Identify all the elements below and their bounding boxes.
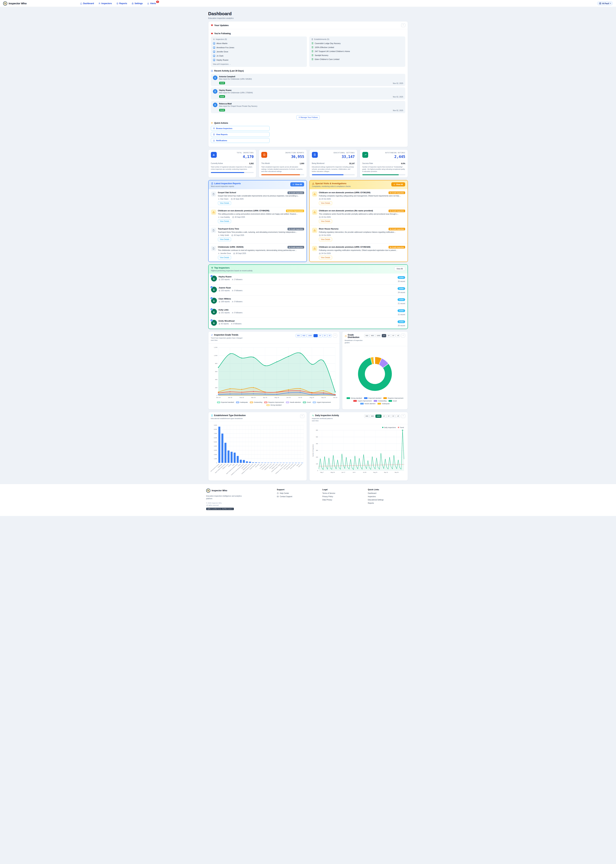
active-badge: Active (398, 320, 405, 323)
range-90d[interactable]: 90D (301, 334, 307, 337)
legend-item[interactable]: Needs attention (360, 403, 376, 404)
legend-item[interactable]: Expected standard (217, 401, 234, 403)
inspector-row[interactable]: 4 Kelly Little 101 reports 0 followers A… (209, 307, 407, 318)
range-3y[interactable]: 3Y (318, 334, 322, 337)
followed-establishment[interactable]: 100% Effective Limited (311, 45, 403, 49)
range-30d[interactable]: 30D (364, 334, 369, 337)
collapse-updates-button[interactable]: ⌃ (401, 23, 405, 27)
legend-item[interactable]: Needs attention (286, 401, 301, 403)
range-3y[interactable]: 3Y (387, 415, 391, 418)
range-180d[interactable]: 180D (307, 334, 313, 337)
view-details-button[interactable]: View Details (218, 219, 231, 223)
inspector-row[interactable]: 2 Joanne Ryan 103 reports 0 followers Ac… (209, 285, 407, 296)
legend-item[interactable]: Requires improvement (264, 401, 284, 403)
range-180d[interactable]: 180D (376, 415, 382, 418)
legend-item[interactable]: Expected standard (364, 397, 381, 399)
legend-swatch (388, 400, 392, 402)
followed-establishment[interactable]: Eden Children's Care Limited (311, 57, 403, 61)
view-details-button[interactable]: View Details (319, 219, 332, 223)
range-3y[interactable]: 3Y (387, 334, 391, 337)
followed-inspector[interactable]: Alison Martin (213, 41, 305, 46)
followed-inspector[interactable]: Jennifer Dove (213, 50, 305, 54)
nav-dashboard[interactable]: Dashboard (80, 2, 94, 5)
footer-inspectors-link[interactable]: Inspectors (368, 496, 410, 497)
legend-item[interactable]: Urgent improvement (354, 400, 372, 402)
view-reports-button[interactable]: View Reports (211, 132, 270, 137)
footer-reports-link[interactable]: Reports (368, 502, 410, 504)
view-details-button[interactable]: View Details (218, 201, 231, 205)
nav-reports[interactable]: Reports (116, 2, 127, 5)
footer-settings-link[interactable]: Educational Settings (368, 499, 410, 501)
legend-item[interactable]: Requires improvement (383, 397, 404, 399)
activity-row[interactable]: Hayley Ruane New report for Childminder … (211, 87, 405, 100)
range-5y[interactable]: 5Y (323, 334, 327, 337)
range-1y[interactable]: 1Y (382, 334, 386, 337)
range-1y[interactable]: 1Y (313, 334, 318, 337)
followed-establishment[interactable]: 24/7 Support UK Limited Children's Home (311, 49, 403, 53)
range-180d[interactable]: 180D (376, 334, 382, 337)
range-all[interactable]: All (396, 415, 400, 418)
followed-inspector[interactable]: Hayley Ruane (213, 58, 305, 62)
range-90d[interactable]: 90D (370, 415, 375, 418)
range-1y[interactable]: 1Y (382, 415, 386, 418)
activity-row[interactable]: Antonia Campbell New report for Childmin… (211, 74, 405, 86)
collapse-daily-button[interactable]: ⌃ (401, 414, 405, 418)
special-visits-view-all-button[interactable]: View All (391, 182, 405, 186)
range-30d[interactable]: 30D (295, 334, 301, 337)
svg-text:Childcare on domestic premises: Childcare on domestic premises (275, 464, 287, 474)
nav-alerts[interactable]: Alerts 60 (147, 2, 156, 5)
view-details-button[interactable]: View Details (218, 238, 231, 241)
brand[interactable]: Inspector Who (3, 2, 27, 6)
followed-establishment[interactable]: Sandpit Nursery (311, 53, 403, 57)
nav-settings-label: Settings (135, 2, 143, 5)
nav-settings[interactable]: Settings (132, 2, 143, 5)
stat-card-outstanding-ratings: OUTSTANDING RATINGS 2,445 Success Rate6.… (360, 150, 408, 178)
inspector-row[interactable]: 5 Emily Woodhead 92 reports 0 followers … (209, 318, 407, 329)
legend-item[interactable]: Strong standard (267, 404, 281, 406)
privacy-link[interactable]: Privacy Policy (322, 496, 365, 497)
collapse-distribution-button[interactable]: ⌃ (401, 334, 405, 337)
view-details-button[interactable]: View Details (218, 256, 231, 260)
followed-inspector[interactable]: Jo Clark (213, 54, 305, 58)
collapse-establishment-button[interactable]: ⌃ (300, 414, 304, 418)
report-icon (218, 323, 220, 325)
legend-item[interactable]: Inadequate (377, 403, 390, 404)
browse-inspectors-button[interactable]: Browse Inspectors (211, 126, 270, 131)
data-privacy-link[interactable]: Data Privacy (322, 499, 365, 501)
latest-reports-view-all-button[interactable]: View All (290, 182, 304, 186)
legend-item[interactable]: Outstanding (250, 401, 262, 403)
view-details-button[interactable]: View Details (319, 201, 332, 205)
inspector-row[interactable]: 1 Hayley Ruane 220 reports 2 followers A… (209, 274, 407, 285)
legend-item[interactable]: Inadequate (236, 401, 248, 403)
inspector-row[interactable]: 3 Clare Wilkins 108 reports 0 followers … (209, 296, 407, 307)
notifications-button[interactable]: Notifications (211, 138, 270, 143)
view-details-button[interactable]: View Details (319, 238, 332, 241)
followed-establishment[interactable]: Cavendish Lodge Day Nursery (311, 41, 403, 45)
legend-item[interactable]: Good (388, 400, 397, 402)
footer-dashboard-link[interactable]: Dashboard (368, 492, 410, 494)
followed-inspector[interactable]: Anneliese Fox-Jones (213, 46, 305, 50)
range-90d[interactable]: 90D (370, 334, 375, 337)
terms-link[interactable]: Terms of Service (322, 492, 365, 494)
view-details-button[interactable]: View Details (319, 256, 332, 260)
range-all[interactable]: All (396, 334, 400, 337)
nav-inspectors[interactable]: Inspectors (99, 2, 112, 5)
manage-follows-button[interactable]: Manage Your Follows (296, 115, 320, 120)
range-all[interactable]: All (327, 334, 332, 337)
top-inspectors-view-all-button[interactable]: View All (394, 267, 405, 271)
range-30d[interactable]: 30D (364, 415, 369, 418)
help-center-link[interactable]: Help Center (277, 492, 319, 494)
legend-item[interactable]: Good (303, 401, 311, 403)
contact-support-link[interactable]: Contact Support (277, 496, 319, 497)
visit-title: Childcare on non-domestic premises (URN:… (319, 246, 371, 248)
view-all-inspectors-link[interactable]: View all 9 inspectors → (213, 63, 305, 65)
activity-row[interactable]: Rebecca Miall New report for Chapel Hous… (211, 101, 405, 113)
user-menu-button[interactable]: Hi Paul! ▾ (597, 1, 613, 6)
legend-label: Needs attention (290, 401, 301, 403)
range-5y[interactable]: 5Y (391, 415, 396, 418)
legend-item[interactable]: Urgent improvement (313, 401, 331, 403)
collapse-trends-button[interactable]: ⌃ (333, 334, 337, 337)
range-5y[interactable]: 5Y (391, 334, 396, 337)
legend-item[interactable]: Strong standard (347, 397, 362, 399)
legend-item[interactable]: Outstanding (374, 400, 387, 402)
